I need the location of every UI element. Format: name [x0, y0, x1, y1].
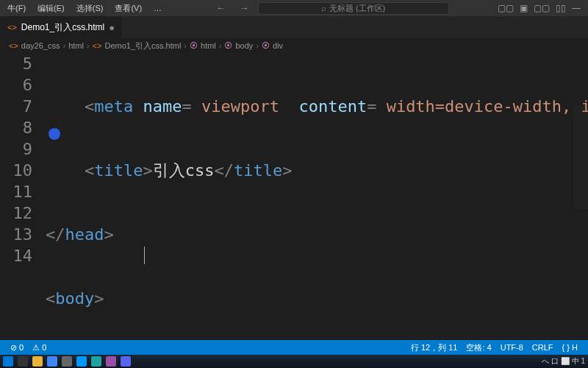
layout-controls: ▢▢ ▣ ▢▢ ▯▯ — — [493, 3, 585, 13]
taskbar-app-icon[interactable] — [121, 356, 131, 367]
breadcrumb-item[interactable]: day26_css — [21, 41, 60, 50]
start-button[interactable] — [3, 356, 13, 367]
customize-layout-icon[interactable]: ▯▯ — [556, 3, 566, 13]
code-editor[interactable]: 5 6 7 8 9 10 11 12 13 14 <meta name= vie… — [0, 53, 588, 337]
menu-view[interactable]: 查看(V) — [110, 1, 146, 15]
taskbar-app-icon[interactable] — [91, 356, 101, 367]
html-file-icon: <> — [7, 23, 17, 32]
breadcrumb: <> day26_css › html › <> Demo1_引入css.htm… — [0, 38, 588, 53]
chevron-right-icon: › — [184, 41, 187, 50]
code-content[interactable]: <meta name= viewport content= width=devi… — [46, 53, 588, 337]
os-taskbar: へ 口 ⬜ 中 1 — [0, 355, 588, 368]
folder-icon: <> — [9, 41, 18, 50]
search-icon: ⌕ — [321, 4, 326, 13]
menu-file[interactable]: 牛(F) — [3, 1, 30, 15]
taskbar-app-icon[interactable] — [47, 356, 57, 367]
chevron-right-icon: › — [62, 41, 65, 50]
toggle-sidebar-icon[interactable]: ▢▢ — [498, 3, 514, 13]
menu-more[interactable]: … — [149, 2, 166, 14]
symbol-icon: ⦿ — [190, 41, 198, 50]
tab-demo1[interactable]: <> Demo1_引入css.html ● — [0, 16, 123, 38]
breadcrumb-item[interactable]: body — [235, 41, 253, 50]
nav-back-icon[interactable]: ← — [211, 1, 232, 15]
taskbar-app-icon[interactable] — [106, 356, 116, 367]
status-language[interactable]: { } H — [558, 343, 582, 352]
status-errors[interactable]: ⊘ 0 — [6, 343, 28, 353]
line-gutter: 5 6 7 8 9 10 11 12 13 14 — [0, 53, 46, 337]
search-placeholder: 无标题 (工作区) — [329, 3, 385, 14]
text-cursor — [144, 247, 145, 264]
taskbar-app-icon[interactable] — [32, 356, 43, 367]
minimize-icon[interactable]: — — [572, 3, 581, 13]
chevron-right-icon: › — [87, 41, 90, 50]
title-bar: 牛(F) 编辑(E) 选择(S) 查看(V) … ← → ⌕ 无标题 (工作区)… — [0, 0, 588, 16]
tab-label: Demo1_引入css.html — [21, 21, 104, 34]
breadcrumb-item[interactable]: Demo1_引入css.html — [104, 40, 181, 52]
tab-dirty-close-icon[interactable]: ● — [109, 22, 115, 33]
status-cursor-pos[interactable]: 行 12，列 11 — [406, 342, 462, 353]
toggle-secondary-icon[interactable]: ▢▢ — [534, 3, 550, 13]
status-indent[interactable]: 空格: 4 — [462, 342, 495, 353]
breadcrumb-item[interactable]: html — [201, 41, 216, 50]
status-warnings[interactable]: ⚠ 0 — [28, 343, 51, 353]
menu-select[interactable]: 选择(S) — [72, 1, 108, 15]
nav-forward-icon[interactable]: → — [234, 1, 255, 15]
status-encoding[interactable]: UTF-8 — [496, 343, 528, 352]
status-bar: ⊘ 0 ⚠ 0 行 12，列 11 空格: 4 UTF-8 CRLF { } H — [0, 340, 588, 355]
taskbar-app-icon[interactable] — [76, 356, 87, 367]
command-center[interactable]: ⌕ 无标题 (工作区) — [258, 2, 449, 15]
editor-tabs: <> Demo1_引入css.html ● — [0, 16, 588, 38]
breadcrumb-item[interactable]: html — [68, 41, 84, 50]
system-tray[interactable]: へ 口 ⬜ 中 1 — [542, 356, 588, 367]
chevron-right-icon: › — [219, 41, 222, 50]
chevron-right-icon: › — [256, 41, 259, 50]
status-eol[interactable]: CRLF — [528, 343, 558, 352]
symbol-icon: ⦿ — [224, 41, 232, 50]
minimap[interactable] — [573, 106, 588, 209]
taskbar-app-icon[interactable] — [18, 356, 28, 367]
menu-edit[interactable]: 编辑(E) — [33, 1, 69, 15]
symbol-icon: ⦿ — [262, 41, 270, 50]
mouse-cursor-icon — [49, 128, 60, 140]
toggle-panel-icon[interactable]: ▣ — [520, 3, 528, 13]
taskbar-app-icon[interactable] — [62, 356, 72, 367]
html-file-icon: <> — [93, 41, 102, 50]
breadcrumb-item[interactable]: div — [273, 41, 283, 50]
